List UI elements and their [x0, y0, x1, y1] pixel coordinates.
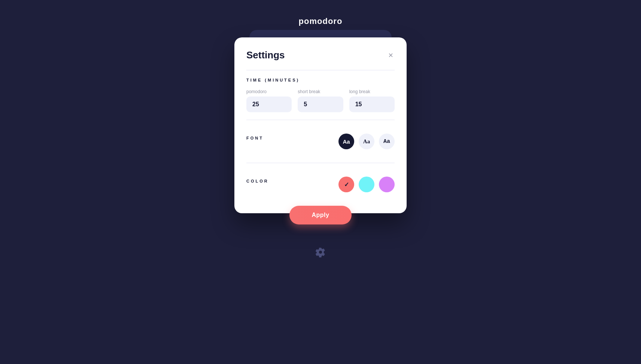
- pomodoro-field: pomodoro: [246, 89, 292, 112]
- short-break-input[interactable]: [298, 97, 343, 112]
- font-options: Aa Aa Aa: [338, 134, 395, 149]
- font-section-label: FONT: [246, 136, 264, 140]
- color-red-button[interactable]: [338, 177, 354, 192]
- color-section-label: COLOR: [246, 179, 269, 183]
- color-section: COLOR: [246, 171, 395, 198]
- pomodoro-label: pomodoro: [246, 89, 292, 94]
- apply-wrapper: Apply: [289, 206, 352, 224]
- page-wrapper: Settings × TIME (MINUTES) pomodoro short…: [234, 37, 407, 224]
- color-options: [338, 177, 395, 192]
- color-purple-button[interactable]: [379, 177, 395, 192]
- app-title: pomodoro: [299, 16, 343, 26]
- font-serif-button[interactable]: Aa: [359, 134, 374, 149]
- time-section: TIME (MINUTES) pomodoro short break long…: [246, 78, 395, 112]
- header-divider: [246, 70, 395, 70]
- gear-icon: [315, 247, 326, 257]
- gear-icon-wrapper[interactable]: [315, 247, 326, 260]
- time-section-label: TIME (MINUTES): [246, 78, 395, 82]
- long-break-input[interactable]: [349, 97, 395, 112]
- font-section: FONT Aa Aa Aa: [246, 128, 395, 155]
- long-break-label: long break: [349, 89, 395, 94]
- settings-modal: Settings × TIME (MINUTES) pomodoro short…: [234, 37, 407, 213]
- short-break-label: short break: [298, 89, 343, 94]
- pomodoro-input[interactable]: [246, 97, 292, 112]
- font-divider: [246, 120, 395, 120]
- time-inputs-row: pomodoro short break long break: [246, 89, 395, 112]
- color-cyan-button[interactable]: [359, 177, 374, 192]
- close-button[interactable]: ×: [387, 50, 395, 61]
- long-break-field: long break: [349, 89, 395, 112]
- modal-header: Settings ×: [246, 49, 395, 61]
- modal-title: Settings: [246, 49, 285, 61]
- font-mono-button[interactable]: Aa: [379, 134, 395, 149]
- color-divider: [246, 163, 395, 163]
- apply-button[interactable]: Apply: [289, 206, 352, 224]
- font-sans-button[interactable]: Aa: [338, 134, 354, 149]
- short-break-field: short break: [298, 89, 343, 112]
